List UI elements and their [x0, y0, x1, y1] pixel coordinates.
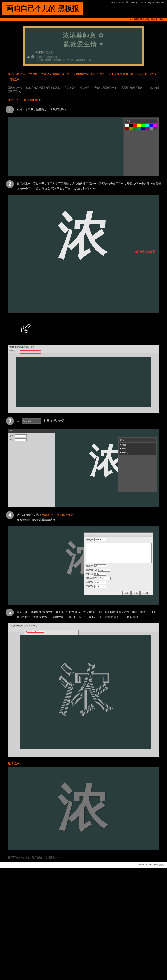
swatch-item[interactable]: [129, 127, 133, 130]
swatch-item[interactable]: [153, 124, 157, 127]
option-row: 大小-: [8, 438, 55, 442]
appearance-row[interactable]: ▸ 描边: [119, 447, 156, 450]
app-menubar[interactable]: 文件(F) 编辑(E) 对象(O) 文字(T): [8, 345, 159, 349]
flower-icon: ❀❃: [27, 54, 34, 60]
screenshot-2b: 文件(F) 编辑(E) 对象(O) 文字(T) 字符 ▾: [8, 345, 159, 413]
callout-text: 请注意这里的设置: [135, 250, 155, 254]
dialog-title: 涂抹选项: [85, 533, 153, 537]
step3-text: 去 窗口(W) ▸ 打开 "外观" 选项: [17, 417, 161, 423]
step-5: 5 最后一步，虽然很像粉的成分，但是线往往就是最后一步所谓的无用功，反而能提升整…: [6, 609, 161, 620]
footer-text: www.fevte.com 飞特教程网: [138, 863, 164, 866]
preview-checkbox[interactable]: 预览(P): [140, 591, 151, 595]
final-tail: 剩下的各位大仙儿们自由发挥吧~~~~: [8, 856, 159, 860]
step-badge: 1: [6, 106, 14, 113]
path-input[interactable]: 0 px: [98, 569, 110, 571]
canvas-area: 浓 外观 ▸ 填充 ▸ 描边 ▸ 不透明度: [55, 429, 159, 507]
var-input[interactable]: 5 %: [94, 573, 106, 576]
swatch-item[interactable]: [149, 124, 153, 127]
canvas-bounds: [16, 356, 151, 407]
blackboard-preview: ❀❃ 浓浓尊师意 ✿ 款款爱生情 ♥ 教师节主题活动 活动地点：五星家居商城 活…: [22, 26, 145, 67]
intro-main: 废话不多说 看了效果图，大家肯定蠢蠢欲动~至于背景啥的线就不多介绍了！无任何技术…: [8, 72, 159, 82]
final-result: 浓: [8, 767, 159, 850]
spacing-input[interactable]: 5 px: [94, 585, 106, 588]
preview-area: [86, 543, 152, 563]
highlight-annotation: [20, 350, 42, 354]
step1-text: 新建一个图层，颜色随意，你像黑板就行: [17, 106, 161, 112]
blackboard-line1: 浓浓尊师意: [63, 32, 96, 39]
step-3: 3 去 窗口(W) ▸ 打开 "外观" 选项: [6, 417, 161, 425]
swatch-item[interactable]: [153, 127, 157, 130]
tool-label: 使用工具：Adobe Illustrator: [8, 98, 159, 102]
option-row: 字体-: [8, 434, 55, 438]
header-meta: 2012.10.04 第二期 of Design Coolhitmin QQ:4…: [110, 1, 164, 4]
screenshot-2: 浓 请注意这里的设置: [8, 195, 159, 313]
footer: www.fevte.com 飞特教程网: [0, 862, 167, 868]
screenshot-1: 色板: [8, 118, 159, 176]
screenshot-4: 浓 涂抹选项 设置(S):默认 ▾ 角度(A):30 路径堆积(O):0 px …: [8, 526, 159, 605]
angle-input[interactable]: 30: [94, 565, 106, 568]
app-menubar[interactable]: 文件(F) 编辑(E) 对象(O) 文字(T): [8, 624, 159, 628]
sample-char: 浓: [7, 194, 160, 271]
cancel-button[interactable]: 取消: [132, 591, 140, 595]
blackboard-meta1: 活动地点：五星家居商城: [35, 56, 140, 59]
swatch-item[interactable]: [141, 127, 145, 130]
step-badge: 5: [6, 609, 14, 616]
swatch-item[interactable]: [125, 124, 129, 127]
header-strip: ！转载不注明出处是会爆痔疮烂菊的: [0, 18, 167, 21]
menu-path-box: 窗口(W) ▸: [22, 418, 42, 423]
swatch-item[interactable]: [129, 124, 133, 127]
char-panel-ui: 字符 字体- 大小-: [8, 429, 55, 507]
step-2: 2 教程就拿一个字做例子，字的多少不受影响，通常做这种字需造一个造型比较突出的字…: [6, 180, 161, 191]
curve-input[interactable]: 5 %: [95, 581, 106, 584]
char-panel-header: 字符: [8, 429, 55, 433]
swatch-item[interactable]: [133, 127, 137, 130]
tutorial-page: 2012.10.04 第二期 of Design Coolhitmin QQ:4…: [0, 0, 167, 868]
font-dropdown[interactable]: 字符 ▾: [9, 350, 15, 353]
swatch-item[interactable]: [145, 127, 149, 130]
final-label: 最终效果：: [8, 762, 159, 765]
swatch-item[interactable]: [149, 127, 153, 130]
stroke-input[interactable]: 3 px: [99, 577, 111, 580]
blackboard-subtitle: 教师节主题活动: [35, 51, 140, 54]
scribble-dialog: 涂抹选项 设置(S):默认 ▾ 角度(A):30 路径堆积(O):0 px 变化…: [84, 532, 153, 595]
canvas-area: 浓: [20, 635, 151, 749]
sample-char-outline: 浓: [20, 635, 151, 727]
step-badge: 2: [6, 180, 14, 188]
page-header: 2012.10.04 第二期 of Design Coolhitmin QQ:4…: [0, 0, 167, 18]
screenshot-3: 字符 字体- 大小- 浓 外观 ▸ 填充 ▸ 描边 ▸ 不透明度: [8, 429, 159, 507]
swatch-item[interactable]: [137, 127, 141, 130]
step-badge: 3: [6, 417, 14, 425]
swatch-panel: 色板: [124, 118, 159, 176]
step5-text: 最后一步，虽然很像粉的成分，但是线往往就是最后一步所谓的无用功，反而能提升整个效…: [17, 609, 161, 620]
step-4: 4 选中新的颜色，执行 效果菜单 > 风格化 > 涂抹 参数你就意自己个儿看着调…: [6, 511, 161, 522]
step2-text: 教程就拿一个字做例子，字的多少不受影响，通常做这种字需造一个造型比较突出的字体，…: [17, 180, 161, 191]
final-char: 浓: [8, 767, 159, 842]
step4-text: 选中新的颜色，执行 效果菜单 > 风格化 > 涂抹 参数你就意自己个儿看着调就是: [17, 511, 161, 522]
swatch-item[interactable]: [145, 124, 149, 127]
ok-button[interactable]: 确定: [122, 591, 131, 595]
step-1: 1 新建一个图层，颜色随意，你像黑板就行: [6, 106, 161, 113]
step-badge: 4: [6, 511, 14, 519]
intro-sub: 首先肯定一句：网上也有好几种显示粉笔字的效果……有的字是~……感觉效果……咳咳~…: [8, 86, 159, 93]
swatch-header: 色板: [125, 119, 157, 123]
callout-line: [42, 352, 124, 352]
swatch-grid: [125, 124, 157, 130]
canvas-area: [8, 118, 124, 176]
appearance-row[interactable]: ▸ 不透明度: [119, 450, 156, 455]
appearance-row[interactable]: ▸ 填充: [119, 443, 156, 447]
blackboard-line2: 款款爱生情: [64, 41, 97, 48]
swatch-item[interactable]: [133, 124, 137, 127]
appearance-panel: 外观 ▸ 填充 ▸ 描边 ▸ 不透明度: [118, 437, 157, 492]
swatch-item[interactable]: [141, 124, 145, 127]
blackboard-meta2: 活动主题：教师节不限专场献礼 教师节强档十九联播健康十一聚: [35, 59, 140, 62]
swatch-item[interactable]: [137, 124, 141, 127]
screenshot-5: 文件(F) 编辑(E) 对象(O) 文字(T) 描边 ▾0.25 浓: [8, 624, 159, 757]
swatch-item[interactable]: [125, 127, 129, 130]
arrow-icon: ➜: [15, 318, 37, 340]
page-title: 画咱自己个儿的 黑板报: [2, 2, 83, 15]
preset-dropdown[interactable]: 默认 ▾: [94, 538, 106, 541]
